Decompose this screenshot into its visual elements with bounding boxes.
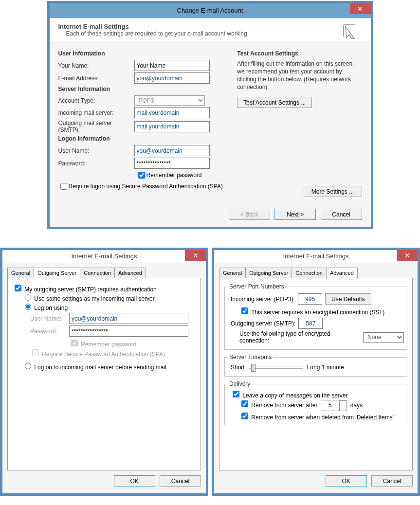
leave-copy-label: Leave a copy of messages on the server: [242, 392, 347, 399]
test-section-text: After filling out the information on thi…: [237, 60, 362, 91]
tab-connection[interactable]: Connection: [80, 268, 115, 278]
long-label: Long: [307, 364, 320, 371]
spa-checkbox: [32, 349, 39, 356]
tab-connection[interactable]: Connection: [292, 268, 327, 278]
remove-deleted-label: Remove from server when deleted from 'De…: [251, 414, 394, 421]
ssl-label: This server requires an encrypted connec…: [251, 309, 384, 316]
test-section-heading: Test Account Settings: [237, 50, 362, 57]
logon-incoming-radio[interactable]: [25, 363, 31, 369]
tab-general[interactable]: General: [7, 268, 34, 278]
use-defaults-button[interactable]: Use Defaults: [325, 293, 371, 305]
next-button[interactable]: Next >: [274, 209, 316, 220]
logon-incoming-label: Log on to incoming mail server before se…: [34, 364, 166, 371]
server-port-group: Server Port Numbers Incoming server (POP…: [224, 283, 407, 350]
remove-after-label: Remove from server after: [251, 402, 317, 409]
email-label: E-mail Address:: [58, 75, 134, 82]
tab-advanced[interactable]: Advanced: [326, 268, 358, 279]
outgoing-port-field[interactable]: [298, 318, 323, 329]
incoming-server-label: Incoming mail server:: [58, 109, 134, 116]
remove-after-checkbox[interactable]: [241, 400, 248, 407]
email-field[interactable]: [134, 72, 210, 84]
incoming-port-label: Incoming server (POP3):: [231, 296, 295, 303]
server-port-heading: Server Port Numbers: [228, 283, 286, 290]
more-settings-button[interactable]: More Settings ...: [304, 186, 362, 197]
encryption-select[interactable]: None: [363, 332, 404, 343]
username-label: User Name:: [30, 315, 69, 322]
section-user-info: User Information: [58, 50, 231, 57]
delivery-heading: Delivery: [228, 380, 252, 387]
username-label: User Name:: [58, 147, 134, 154]
short-label: Short: [231, 364, 245, 371]
log-on-using-radio[interactable]: [25, 304, 31, 310]
server-timeouts-heading: Server Timeouts: [228, 354, 273, 361]
remove-deleted-checkbox[interactable]: [241, 413, 248, 419]
page-subheading: Each of these settings are required to g…: [58, 30, 362, 37]
remember-password-label: Remember password: [81, 341, 136, 348]
remember-password-checkbox[interactable]: [138, 172, 145, 179]
timeout-slider[interactable]: [249, 366, 303, 369]
username-field[interactable]: [134, 145, 210, 156]
cancel-button[interactable]: Cancel: [371, 475, 413, 487]
days-stepper[interactable]: [339, 400, 347, 411]
username-field[interactable]: [69, 313, 188, 324]
cursor-icon: [341, 22, 361, 44]
cancel-button[interactable]: Cancel: [160, 475, 201, 487]
remember-password-label: Remember password: [146, 172, 202, 179]
same-settings-label: Use same settings as my incoming mail se…: [34, 295, 154, 302]
password-label: Password:: [30, 328, 69, 335]
footnote: * Above is for POP3. If you wish to use …: [0, 496, 420, 505]
encryption-label: Use the following type of encrypted conn…: [239, 330, 360, 344]
back-button: < Back: [229, 209, 270, 220]
window-title: Internet E-mail Settings: [71, 252, 137, 260]
window-title: Change E-mail Account: [177, 7, 243, 14]
password-field[interactable]: [69, 325, 188, 337]
password-label: Password:: [58, 160, 134, 167]
outgoing-server-field[interactable]: [134, 121, 210, 132]
close-icon[interactable]: ✕: [397, 250, 418, 261]
same-settings-radio[interactable]: [25, 294, 31, 301]
ssl-checkbox[interactable]: [241, 307, 248, 314]
your-name-label: Your Name:: [58, 62, 134, 69]
ok-button[interactable]: OK: [326, 475, 367, 487]
titlebar: Internet E-mail Settings ✕: [2, 250, 206, 263]
outgoing-port-label: Outgoing server (SMTP):: [231, 320, 295, 327]
account-type-label: Account Type:: [58, 97, 134, 104]
tab-outgoing-server[interactable]: Outgoing Server: [34, 268, 80, 279]
smtp-auth-label: My outgoing server (SMTP) requires authe…: [24, 286, 156, 293]
close-icon[interactable]: ✕: [350, 3, 371, 14]
section-server-info: Server Information: [58, 86, 231, 92]
leave-copy-checkbox[interactable]: [233, 391, 239, 397]
tab-advanced[interactable]: Advanced: [114, 268, 146, 278]
titlebar: Internet E-mail Settings ✕: [214, 250, 418, 263]
section-logon-info: Logon Information: [58, 135, 231, 142]
window-title: Internet E-mail Settings: [283, 252, 348, 260]
page-heading: Internet E-mail Settings: [58, 23, 362, 30]
spa-label: Require logon using Secure Password Auth…: [69, 183, 223, 190]
days-label: days: [350, 402, 363, 409]
ok-button[interactable]: OK: [114, 475, 155, 487]
server-timeouts-group: Server Timeouts Short Long 1 minute: [224, 354, 407, 377]
account-type-select: POP3: [134, 95, 205, 106]
titlebar: Change E-mail Account ✕: [50, 3, 371, 18]
incoming-server-field[interactable]: [134, 107, 210, 118]
spa-checkbox[interactable]: [60, 183, 67, 190]
timeout-value: 1 minute: [322, 364, 344, 371]
tab-general[interactable]: General: [219, 268, 246, 278]
log-on-using-label: Log on using: [34, 305, 68, 311]
delivery-group: Delivery Leave a copy of messages on the…: [224, 380, 407, 425]
remove-after-days-field[interactable]: [321, 400, 339, 411]
tab-outgoing-server[interactable]: Outgoing Server: [245, 268, 292, 278]
outgoing-server-label: Outgoing mail server (SMTP):: [58, 120, 134, 133]
cancel-button[interactable]: Cancel: [321, 209, 362, 220]
smtp-auth-checkbox[interactable]: [15, 285, 21, 291]
remember-password-checkbox: [71, 340, 78, 346]
spa-label: Require Secure Password Authentication (…: [42, 351, 165, 358]
password-field[interactable]: [134, 158, 210, 169]
test-account-button[interactable]: Test Account Settings ...: [237, 97, 312, 108]
incoming-port-field[interactable]: [298, 293, 322, 305]
your-name-field[interactable]: [134, 60, 210, 71]
close-icon[interactable]: ✕: [185, 250, 206, 261]
